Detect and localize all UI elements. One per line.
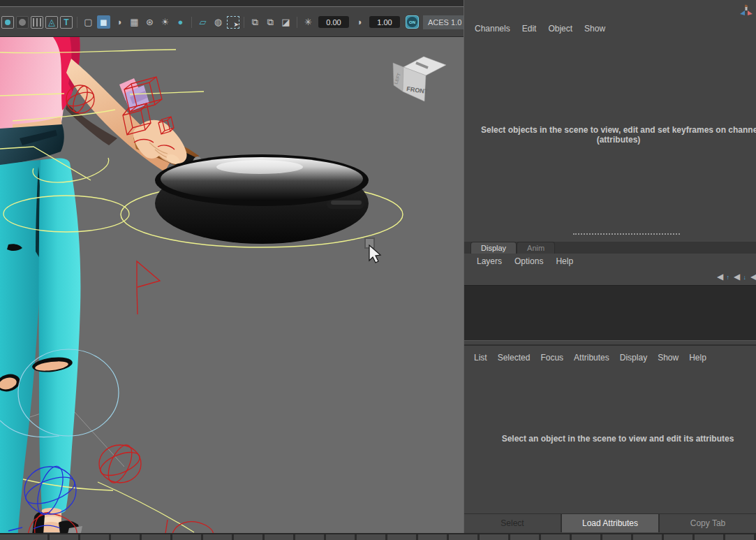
isolate-add-icon[interactable]: ⧉: [264, 15, 277, 29]
view-transform-dropdown[interactable]: ACES 1.0 SDR-vi: [423, 15, 464, 29]
marquee-select-icon[interactable]: ➤: [227, 16, 239, 29]
teal-dot: [5, 20, 10, 25]
toolbar-separator: [191, 17, 192, 28]
wireframe-display-icon[interactable]: ▢: [82, 15, 95, 29]
layer-editor-menubar: Layers Options Help: [464, 254, 756, 269]
move-layer-down-icon[interactable]: ◀↓: [734, 272, 746, 282]
menu-layers[interactable]: Layers: [477, 256, 502, 266]
image-plane-icon[interactable]: ◬: [45, 16, 58, 29]
left-leg: [0, 160, 42, 533]
shaded-display-icon[interactable]: ◼: [97, 15, 110, 29]
menu-display-ae[interactable]: Display: [620, 353, 647, 363]
scene-svg: FRONT LEFT: [0, 37, 464, 533]
select-by-object-icon[interactable]: [1, 16, 14, 29]
select-button[interactable]: Select: [464, 514, 561, 532]
checker-material-icon[interactable]: ⊛: [143, 15, 156, 29]
menu-help-ae[interactable]: Help: [689, 353, 706, 363]
toolbar-separator: [297, 17, 297, 28]
time-slider-strip[interactable]: [0, 533, 756, 540]
shadows-icon[interactable]: ▱: [196, 15, 209, 29]
toolbar-separator: [244, 17, 244, 28]
color-management-toggle[interactable]: ON: [406, 15, 419, 29]
layer-glyph: ◀: [750, 272, 756, 282]
menu-show[interactable]: Show: [584, 24, 605, 34]
ambient-occlusion-icon[interactable]: ◍: [212, 15, 225, 29]
mouse-cursor: [365, 238, 380, 263]
channel-box-menubar: Channels Edit Object Show: [464, 20, 756, 38]
text-tool-icon[interactable]: T: [60, 16, 73, 29]
textured-display-icon[interactable]: ▦: [128, 15, 141, 29]
channel-box-message-line1: Select objects in the scene to view, edi…: [464, 125, 756, 136]
layer-glyph: ◀: [717, 272, 723, 282]
menu-attributes[interactable]: Attributes: [574, 353, 609, 363]
blue-triangle: [740, 10, 745, 15]
gamma-icon[interactable]: ◑: [353, 15, 366, 29]
layer-editor-tabs: Display Anim: [464, 242, 756, 254]
menu-show-ae[interactable]: Show: [658, 353, 679, 363]
on-label: ON: [407, 17, 417, 27]
tab-display[interactable]: Display: [470, 242, 517, 254]
red-triangle: [748, 10, 753, 15]
shaded-wireframe-icon[interactable]: ◑: [112, 15, 126, 29]
attribute-editor-buttons: Select Load Attributes Copy Tab: [464, 513, 756, 532]
channel-box-message-line2: (attributes): [464, 135, 756, 145]
use-all-lights-icon[interactable]: ☀: [158, 15, 172, 29]
load-attributes-button[interactable]: Load Attributes: [562, 514, 658, 532]
grey-dot: [19, 19, 26, 26]
toolbar-separator: [77, 17, 77, 28]
section-separator: [464, 344, 756, 346]
workspace-control-icon[interactable]: [738, 3, 755, 20]
layer-list[interactable]: [464, 285, 756, 341]
maya-window: s ◬ T ▢ ◼ ◑ ▦ ⊛ ☀ ● ▱ ◍ ➤ ⧉ ⧉ ◪ ✳ 0.00 ◑…: [0, 0, 756, 540]
menu-list[interactable]: List: [474, 353, 487, 363]
viewport-toolbar: ◬ T ▢ ◼ ◑ ▦ ⊛ ☀ ● ▱ ◍ ➤ ⧉ ⧉ ◪ ✳ 0.00 ◑ 1…: [0, 8, 464, 37]
frying-pan[interactable]: [155, 154, 369, 244]
menu-options[interactable]: Options: [514, 256, 543, 266]
copy-tab-button[interactable]: Copy Tab: [660, 514, 756, 532]
select-by-hierarchy-icon[interactable]: [16, 16, 29, 29]
viewcube[interactable]: FRONT LEFT: [393, 57, 446, 101]
menu-selected[interactable]: Selected: [498, 353, 531, 363]
attribute-editor-menubar: List Selected Focus Attributes Display S…: [464, 348, 756, 367]
up-arrow-glyph: ↑: [727, 272, 730, 283]
greasepencil-icon[interactable]: ◪: [279, 15, 292, 29]
right-leg: [39, 158, 81, 514]
menu-help-layers[interactable]: Help: [556, 256, 573, 266]
gamma-field[interactable]: 1.00: [369, 16, 400, 28]
layer-glyph: ◀: [734, 272, 740, 282]
menu-edit[interactable]: Edit: [522, 24, 537, 34]
stem-shape: [746, 7, 748, 10]
select-by-component-icon[interactable]: [31, 16, 43, 29]
cursor-arrow-glyph: ➤: [233, 21, 239, 28]
exposure-icon[interactable]: ✳: [302, 15, 315, 29]
right-sidebar: Channels Edit Object Show Select objects…: [464, 0, 756, 533]
default-material-icon[interactable]: ●: [174, 15, 187, 29]
tab-anim[interactable]: Anim: [517, 242, 555, 254]
move-layer-up-icon[interactable]: ◀↑: [717, 272, 729, 282]
layer-editor-toolbar: ◀↑ ◀↓ ◀: [464, 270, 756, 284]
panel-splitter-handle[interactable]: [573, 233, 680, 235]
exposure-field[interactable]: 0.00: [318, 16, 349, 28]
menu-channels[interactable]: Channels: [475, 24, 510, 34]
menu-focus[interactable]: Focus: [540, 353, 563, 363]
attribute-editor-message: Select an object in the scene to view an…: [464, 434, 756, 444]
viewport-3d[interactable]: FRONT LEFT: [0, 37, 464, 533]
dashed-pattern: [33, 18, 41, 27]
menu-object[interactable]: Object: [548, 24, 572, 34]
down-arrow-glyph: ↓: [743, 272, 747, 283]
isolate-select-icon[interactable]: ⧉: [249, 15, 262, 29]
layer-extra-icon[interactable]: ◀: [750, 272, 756, 282]
